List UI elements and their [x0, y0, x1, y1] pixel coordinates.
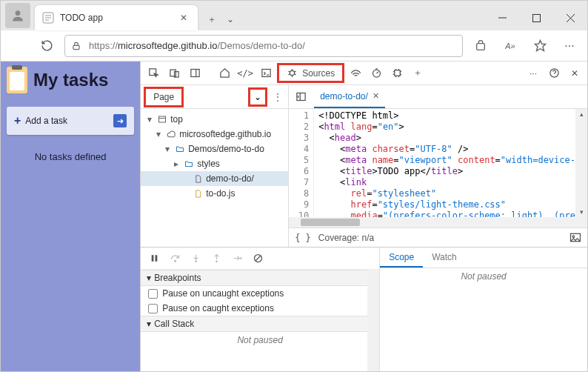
pause-uncaught-toggle[interactable]: Pause on uncaught exceptions — [141, 286, 379, 301]
debugger-pane: ▾Breakpoints Pause on uncaught exception… — [141, 247, 587, 371]
navigator-pane: Page ⌄ ⋮ ▾top ▾microsoftedge.github.io ▾… — [141, 85, 289, 247]
source-map-icon[interactable] — [569, 233, 581, 242]
console-icon[interactable] — [256, 64, 275, 83]
clipboard-icon — [7, 67, 27, 93]
performance-icon[interactable] — [367, 64, 386, 83]
elements-icon[interactable]: </> — [235, 64, 255, 83]
svg-point-43 — [195, 261, 196, 262]
scope-tabs: Scope Watch — [380, 248, 587, 268]
step-into-icon[interactable] — [188, 251, 203, 266]
svg-point-0 — [16, 10, 21, 16]
deactivate-breakpoints-icon[interactable] — [250, 251, 265, 266]
pause-caught-toggle[interactable]: Pause on caught exceptions — [141, 301, 379, 316]
step-icon[interactable] — [230, 251, 244, 266]
add-tab-icon[interactable]: ＋ — [408, 64, 427, 83]
address-bar: https://microsoftedge.github.io/Demos/de… — [1, 30, 587, 62]
svg-rect-39 — [151, 255, 153, 262]
scope-tab[interactable]: Scope — [380, 248, 423, 268]
welcome-icon[interactable] — [215, 64, 234, 83]
svg-point-45 — [216, 261, 217, 262]
inspect-icon[interactable] — [144, 64, 163, 83]
devtools-close-icon[interactable]: ✕ — [565, 64, 584, 83]
file-tab-close-icon[interactable]: ✕ — [372, 91, 379, 101]
lock-icon — [71, 41, 81, 51]
watch-tab[interactable]: Watch — [423, 248, 466, 268]
app-title: My tasks — [33, 70, 108, 90]
plus-icon: + — [14, 114, 21, 127]
checkbox-icon — [148, 304, 158, 313]
debugger-vscrollbar[interactable] — [367, 270, 379, 371]
svg-line-20 — [295, 74, 296, 75]
window-close[interactable] — [553, 5, 587, 30]
add-task-button[interactable]: + Add a task ➜ — [7, 107, 134, 135]
profile-button[interactable] — [5, 3, 30, 28]
submit-arrow-icon[interactable]: ➜ — [113, 114, 127, 127]
folder-icon — [184, 159, 194, 169]
svg-rect-33 — [159, 116, 166, 122]
frame-icon — [157, 114, 167, 124]
chevron-down-icon: ▾ — [147, 319, 151, 329]
refresh-button[interactable] — [33, 33, 60, 59]
file-tab[interactable]: demo-to-do/ ✕ — [314, 86, 385, 108]
devtools-more-icon[interactable]: ··· — [524, 64, 543, 83]
help-icon[interactable] — [544, 64, 564, 83]
coverage-status: Coverage: n/a — [318, 233, 374, 243]
side-panel-icon[interactable] — [185, 64, 204, 83]
navigator-more-icon[interactable]: ⋮ — [270, 92, 285, 102]
svg-point-47 — [240, 258, 241, 259]
window-titlebar: TODO app ✕ ＋ ⌄ — [1, 1, 587, 30]
empty-state: No tasks defined — [7, 151, 134, 162]
page-tab[interactable]: Page — [144, 87, 184, 107]
window-maximize[interactable] — [519, 5, 553, 30]
breakpoints-header[interactable]: ▾Breakpoints — [141, 270, 379, 286]
code-editor[interactable]: <!DOCTYPE html> <html lang="en"> <head> … — [314, 109, 575, 217]
editor-hscrollbar[interactable] — [289, 217, 587, 227]
add-task-label: Add a task — [25, 116, 67, 126]
step-over-icon[interactable] — [167, 251, 182, 266]
tab-dropdown[interactable]: ⌄ — [223, 8, 238, 30]
url-host: microsoftedge.github.io — [118, 40, 217, 51]
svg-line-17 — [289, 71, 290, 72]
tree-folder-styles[interactable]: ▸styles — [141, 156, 288, 171]
editor-vscrollbar[interactable]: ▴▾ — [575, 109, 587, 217]
toggle-navigator-icon[interactable] — [292, 88, 310, 106]
tab-close-icon[interactable]: ✕ — [180, 13, 190, 23]
browser-tab[interactable]: TODO app ✕ — [35, 5, 198, 30]
sources-tab[interactable]: Sources — [277, 63, 344, 83]
svg-line-49 — [255, 256, 261, 262]
url-input[interactable]: https://microsoftedge.github.io/Demos/de… — [64, 35, 463, 57]
shopping-icon[interactable] — [467, 33, 494, 59]
step-out-icon[interactable] — [209, 251, 224, 266]
memory-icon[interactable] — [387, 64, 407, 83]
pretty-print-icon[interactable]: { } — [295, 233, 311, 243]
svg-rect-14 — [262, 70, 270, 77]
svg-point-41 — [174, 260, 176, 262]
tree-domain[interactable]: ▾microsoftedge.github.io — [141, 127, 288, 142]
callstack-header[interactable]: ▾Call Stack — [141, 316, 379, 332]
bug-icon — [287, 67, 298, 79]
device-toggle-icon[interactable] — [164, 64, 184, 83]
sources-label: Sources — [302, 68, 335, 79]
url-path: /Demos/demo-to-do/ — [217, 40, 305, 51]
new-tab-button[interactable]: ＋ — [201, 8, 223, 30]
folder-icon — [175, 144, 185, 154]
network-icon[interactable] — [346, 64, 365, 83]
tree-top[interactable]: ▾top — [141, 112, 288, 127]
window-minimize[interactable] — [485, 5, 519, 30]
favorite-icon[interactable] — [527, 33, 553, 59]
read-aloud-icon[interactable]: A» — [497, 33, 524, 59]
tree-file-html[interactable]: demo-to-do/ — [141, 171, 288, 186]
svg-point-38 — [572, 236, 575, 238]
devtools-toolbar: </> Sources ＋ ··· ✕ — [141, 62, 587, 85]
line-gutter: 12345678910 — [289, 109, 314, 217]
svg-line-18 — [295, 71, 296, 72]
pause-icon[interactable] — [147, 251, 161, 266]
navigator-dropdown[interactable]: ⌄ — [248, 87, 267, 107]
tree-file-js[interactable]: to-do.js — [141, 186, 288, 201]
more-icon[interactable]: ··· — [556, 33, 583, 59]
editor-pane: demo-to-do/ ✕ 12345678910 <!DOCTYPE html… — [289, 85, 587, 247]
favicon-icon — [42, 12, 54, 24]
tree-folder-demos[interactable]: ▾Demos/demo-to-do — [141, 142, 288, 156]
svg-line-19 — [289, 74, 290, 75]
todo-app: My tasks + Add a task ➜ No tasks defined — [1, 62, 140, 371]
